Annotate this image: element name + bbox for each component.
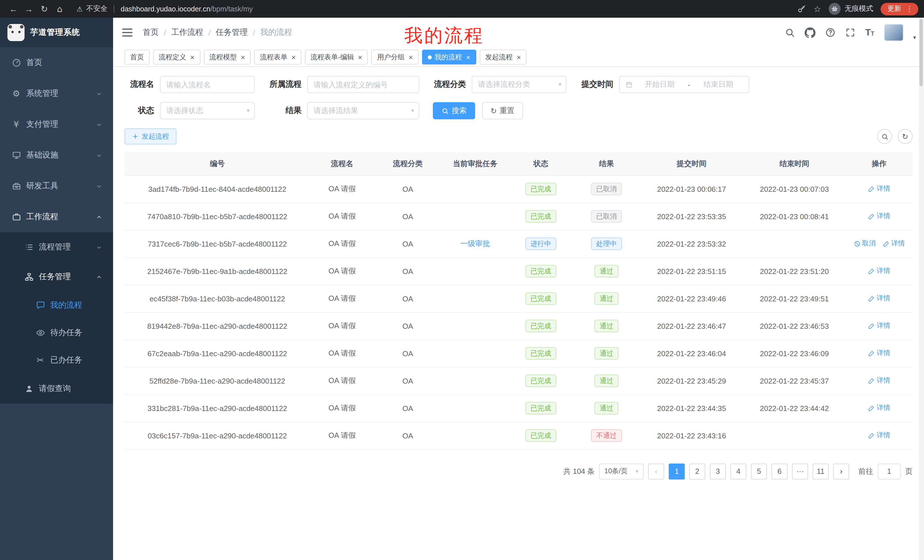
edit-icon [868,350,875,357]
page-button-3[interactable]: 3 [710,463,726,479]
more-pages-button[interactable]: ··· [792,463,808,479]
detail-action-link[interactable]: 详情 [883,239,905,249]
password-key-icon[interactable] [797,4,806,13]
page-button-2[interactable]: 2 [689,463,705,479]
detail-action-link[interactable]: 详情 [868,403,890,413]
breadcrumb-item[interactable]: 首页 [143,27,159,38]
page-button-1[interactable]: 1 [669,463,685,479]
table-row: 52ffd28e-7b9a-11ec-a290-acde48001122OA 请… [124,367,913,394]
close-tab-icon[interactable]: × [241,53,245,61]
close-tab-icon[interactable]: × [409,53,413,61]
close-tab-icon[interactable]: × [291,53,296,61]
submit-time-range-picker[interactable]: 开始日期 - 结束日期 [619,76,749,93]
total-count: 共 104 条 [563,466,595,476]
sidebar-item-system[interactable]: ⚙系统管理 [0,78,113,109]
reset-button[interactable]: ↻ 重置 [482,102,523,119]
tab-1[interactable]: 流程定义× [153,49,200,64]
breadcrumb-item[interactable]: 工作流程 [171,27,203,38]
goto-page-input[interactable] [878,463,901,479]
tab-7[interactable]: 发起流程× [479,49,526,64]
close-tab-icon[interactable]: × [516,53,521,61]
url-bar[interactable]: ⚠ 不安全 dashboard.yudao.iocoder.cn/bpm/tas… [76,4,253,14]
tab-3[interactable]: 流程表单× [254,49,301,64]
url-text: dashboard.yudao.iocoder.cn/bpm/task/my [121,5,253,13]
page-button-6[interactable]: 6 [771,463,788,479]
cancel-action-link[interactable]: 取消 [854,239,876,249]
tab-4[interactable]: 流程表单-编辑× [305,49,368,64]
avatar[interactable] [884,24,903,41]
github-icon[interactable] [805,27,816,38]
process-name-input[interactable] [160,76,255,93]
sidebar: 芋道管理系统 首页⚙系统管理¥支付管理基础设施研发工具工作流程流程管理任务管理我… [0,18,113,560]
detail-action-link[interactable]: 详情 [868,431,890,440]
sidebar-item-devtools[interactable]: 研发工具 [0,171,113,202]
browser-back-icon[interactable]: ← [6,4,21,14]
sidebar-item-my-process[interactable]: 我的流程 [0,292,113,319]
current-task-link[interactable]: 一级审批 [460,239,490,248]
sidebar-item-infrastructure[interactable]: 基础设施 [0,140,113,171]
next-page-button[interactable]: › [833,463,849,479]
scrollbar-thumb[interactable] [920,19,923,86]
tab-6[interactable]: 我的流程× [422,49,476,64]
fullscreen-icon[interactable] [845,27,855,38]
browser-reload-icon[interactable]: ↻ [36,4,52,14]
close-tab-icon[interactable]: × [466,53,470,61]
page-button-4[interactable]: 4 [730,463,746,479]
tab-0[interactable]: 首页 [124,49,150,64]
start-date-placeholder: 开始日期 [635,79,684,90]
avatar-dropdown-icon[interactable]: ▾ [913,35,916,40]
sidebar-item-leave-query[interactable]: 请假查询 [0,374,113,404]
search-icon[interactable] [784,27,795,38]
process-definition-input[interactable] [307,76,419,93]
cell-actions: 详情 [846,340,913,367]
page-button-5[interactable]: 5 [751,463,767,479]
cell-end-time: 2022-01-22 23:44:42 [743,394,846,422]
process-category-select[interactable]: 请选择流程分类 ▾ [472,76,567,93]
detail-action-link[interactable]: 详情 [868,266,890,276]
cell-status: 已完成 [509,203,573,230]
browser-menu-icon[interactable]: ⋮ [906,5,913,13]
sidebar-item-task-management[interactable]: 任务管理 [0,262,113,292]
sidebar-item-payment[interactable]: ¥支付管理 [0,109,113,140]
help-icon[interactable] [825,27,836,38]
status-select[interactable]: 请选择状态 ▾ [160,102,255,119]
page-scrollbar[interactable] [919,18,924,560]
result-select[interactable]: 请选择流结果 ▾ [307,102,419,119]
detail-action-link[interactable]: 详情 [868,294,890,303]
sidebar-item-workflow[interactable]: 工作流程 [0,202,113,232]
bookmark-star-icon[interactable]: ☆ [813,4,821,14]
sidebar-item-todo-tasks[interactable]: 待办任务 [0,319,113,346]
start-process-button[interactable]: 发起流程 [124,129,177,144]
detail-action-link[interactable]: 详情 [868,184,890,194]
sidebar-item-process-management[interactable]: 流程管理 [0,232,113,262]
chevron-up-icon [94,214,104,220]
cell-end-time: 2022-01-22 23:51:20 [743,258,846,285]
result-tag: 通过 [594,402,618,415]
prev-page-button[interactable]: ‹ [648,463,664,479]
browser-home-icon[interactable]: ⌂ [52,4,68,14]
search-button[interactable]: 搜索 [433,102,475,119]
tab-5[interactable]: 用户分组× [372,49,418,64]
hamburger-icon[interactable] [122,26,134,39]
close-tab-icon[interactable]: × [190,53,195,61]
detail-action-link[interactable]: 详情 [868,321,890,331]
chevron-down-icon [94,244,104,250]
refresh-table-button[interactable]: ↻ [898,129,913,144]
table-row: 2152467e-7b9b-11ec-9a1b-acde48001122OA 请… [124,258,913,285]
list-icon [24,243,34,252]
show-search-button[interactable] [877,129,892,144]
tab-2[interactable]: 流程模型× [204,49,251,64]
page-button-11[interactable]: 11 [813,463,829,479]
browser-forward-icon[interactable]: → [21,4,36,14]
font-size-icon[interactable]: TT [865,28,874,37]
app-logo[interactable]: 芋道管理系统 [0,18,113,47]
close-tab-icon[interactable]: × [358,53,362,61]
detail-action-link[interactable]: 详情 [868,211,890,221]
sidebar-item-home[interactable]: 首页 [0,47,113,78]
detail-action-link[interactable]: 详情 [868,376,890,386]
page-size-select[interactable]: 10条/页 ▾ [599,463,644,479]
browser-update-button[interactable]: 更新 ⋮ [880,3,918,15]
breadcrumb-item[interactable]: 任务管理 [216,27,248,38]
sidebar-item-done-tasks[interactable]: ✂已办任务 [0,346,113,374]
detail-action-link[interactable]: 详情 [868,349,890,358]
